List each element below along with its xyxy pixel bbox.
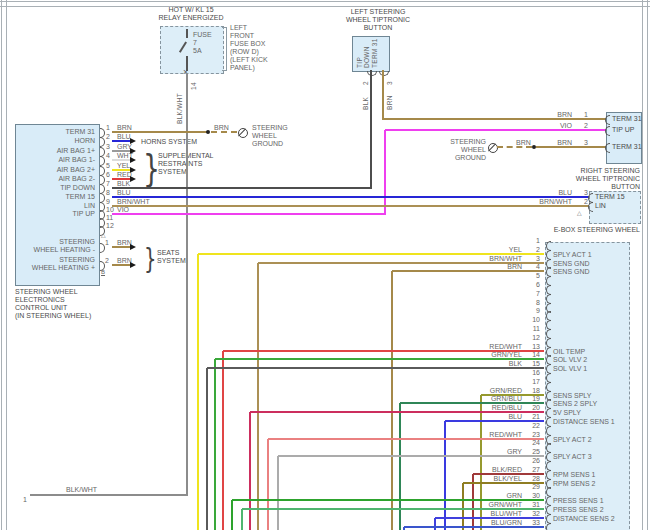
fuse-note-bracket (226, 27, 227, 71)
wire-yel-vertical (197, 254, 199, 530)
frame-top-outer (0, 1, 650, 2)
wire-h (112, 264, 130, 266)
wire-color-label: BLU (117, 189, 131, 197)
wire-brn (392, 270, 544, 272)
wire-color-label: BRN/WHT (498, 198, 572, 206)
wire-brn-left-button (382, 70, 384, 120)
frame-right-outer (647, 0, 648, 530)
fuse-pin: 14 (190, 76, 197, 90)
left-unit-pin-label: AIR BAG 1+ (18, 147, 95, 155)
wire-blk (207, 367, 544, 369)
wire-grn-yel-vertical (214, 359, 216, 530)
wire-red-blu-vertical (249, 412, 251, 530)
arrow-icon (130, 157, 136, 163)
connector-pin-name: PRESS SENS 2 (553, 506, 604, 514)
steering-wheel-ground-left: STEERING WHEEL GROUND (252, 124, 288, 148)
connector-pin-name: DISTANCE SENS 1 (553, 418, 615, 426)
pin-number: 6 (106, 171, 110, 179)
pin-bracket (605, 115, 610, 125)
connector-pin-name: SENS 2 SPLY (553, 400, 597, 408)
wire-vio-vertical (384, 130, 386, 215)
wire-blk-left-button (370, 70, 372, 189)
left-unit-pin-label: TERM 31 (18, 128, 95, 136)
connector-pin-name: SPLY ACT 3 (553, 453, 592, 461)
ebox-terminal: TERM 15 (595, 193, 625, 201)
pin-bracket (605, 126, 610, 136)
pin-number: 3 (106, 143, 110, 151)
pin-number: 10 (106, 206, 114, 214)
left-button-wire-1-label: BLK (362, 90, 369, 110)
pin-number: 1 (576, 111, 588, 119)
pin-number: 9 (524, 307, 540, 315)
pin-number: 26 (524, 457, 540, 465)
pin-number: 3 (576, 189, 588, 197)
connector-pin-name: OIL TEMP (553, 348, 585, 356)
pin-number: 5 (106, 162, 110, 170)
pin-number: 1 (105, 239, 109, 247)
left-unit-pin-label: TERM 15 (18, 193, 95, 201)
pin-number: 12 (106, 222, 114, 230)
wire-h (112, 246, 130, 248)
wire-grn-blu-vertical (399, 403, 401, 530)
connector-pin-name: PRESS SENS 1 (553, 497, 604, 505)
pin-number: 12 (524, 334, 540, 342)
pin-number: 11 (524, 325, 540, 333)
pin-number: 29 (524, 483, 540, 491)
left-unit-pin-label: STEERING WHEEL HEATING - (18, 238, 95, 254)
pin-bracket (100, 156, 105, 166)
wire-color-label: BLK (117, 180, 130, 188)
pin-number: 4 (106, 152, 110, 160)
pin-number: 16 (524, 369, 540, 377)
wire-vio-tipup (385, 129, 606, 131)
fuse-label: FUSE 7 5A (193, 31, 212, 55)
right-button-terminal: TERM 31 (612, 115, 642, 123)
wire-vio-from-unit (112, 213, 385, 215)
wire-color-label: VIO (498, 122, 572, 130)
left-unit-pin-label: TIP DOWN (18, 184, 95, 192)
bottom-left-pin: 1 (23, 496, 27, 504)
right-button-title: RIGHT STEERING WHEEL TIPTRONIC BUTTON (540, 167, 640, 191)
pin-number: 1 (106, 124, 110, 132)
fuse-location-note: LEFT FRONT FUSE BOX (ROW D) (LEFT KICK P… (230, 24, 268, 72)
wire-blu-grn-vertical (403, 527, 405, 530)
pin-number: 22 (524, 422, 540, 430)
pin-number: 2 (106, 133, 110, 141)
pin-bracket (605, 143, 610, 153)
wire-grn-wht-vertical (241, 509, 243, 530)
wire-brn-wht-vertical (257, 263, 259, 530)
pin-number: 7 (524, 290, 540, 298)
left-unit-pin-label: TIP UP (18, 210, 95, 218)
connector-pin-name: RPM SENS 2 (553, 480, 595, 488)
seats-brace: } (144, 243, 156, 276)
pin-bracket (100, 137, 105, 147)
wire-color-label: BLU (498, 189, 572, 197)
frame-left-inner (6, 0, 7, 530)
wire-gry (278, 455, 544, 457)
left-unit-caption: STEERING WHEEL ELECTRONICS CONTROL UNIT … (15, 288, 91, 320)
right-button-terminal: TIP UP (612, 126, 634, 134)
wire-color-label: BRN/WHT (117, 198, 150, 206)
left-button-terminal-1: TIP DOWN (356, 38, 370, 68)
arrow-icon (130, 262, 136, 268)
frame-right-inner (642, 0, 643, 530)
pin-number: 8 (524, 299, 540, 307)
fuse-box (160, 26, 224, 74)
wiring-diagram: HOT W/ KL 15 RELAY ENERGIZED FUSE 7 5A L… (0, 0, 650, 530)
wire-red-wht-vertical (222, 351, 224, 530)
wire-color-label: BRN (117, 124, 132, 132)
connector-pin-name: SENS GND (553, 268, 590, 276)
wire-color-label: BRN (498, 139, 572, 147)
pin-number: 8 (106, 189, 110, 197)
frame-top-inner (0, 6, 650, 7)
connector-pin-name: SPLY ACT 1 (553, 251, 592, 259)
connector-pin-name: SOL VLV 2 (553, 356, 587, 364)
wire-red-wht (268, 438, 544, 440)
pin-number: 11 (106, 214, 113, 222)
left-button-title: LEFT STEERING WHEEL TIPTRONIC BUTTON (322, 8, 434, 32)
pin-number: 5 (524, 272, 540, 280)
connector-pin-name: DISTANCE SENS 2 (553, 515, 615, 523)
bottom-left-wire-label: BLK/WHT (66, 486, 97, 494)
left-unit-pin-label: STEERING WHEEL HEATING + (18, 256, 95, 272)
wire-h (112, 140, 130, 142)
left-button-pin-bracket (367, 71, 377, 76)
